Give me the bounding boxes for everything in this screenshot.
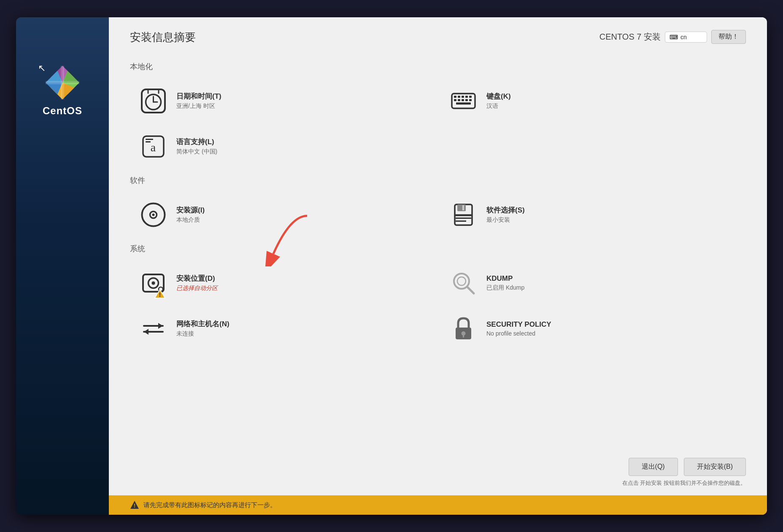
software-selection-title: 软件选择(S) [486, 205, 525, 215]
network-item[interactable]: 网络和主机名(N) 未连接 [130, 308, 290, 349]
sidebar: ↖ [16, 17, 109, 515]
svg-rect-26 [469, 99, 472, 101]
warning-triangle-icon: ! [154, 289, 165, 298]
svg-rect-30 [146, 139, 153, 140]
install-dest-text: 安装位置(D) 已选择自动分区 [176, 274, 218, 292]
localization-grid: 日期和时间(T) 亚洲/上海 时区 [130, 80, 746, 167]
security-subtitle: No profile selected [486, 330, 551, 337]
network-title: 网络和主机名(N) [176, 319, 230, 329]
help-button[interactable]: 帮助！ [711, 30, 746, 44]
content-area: 本地化 日期和时间(T) [109, 53, 767, 454]
install-source-subtitle: 本地介质 [176, 216, 205, 224]
svg-text:a: a [150, 141, 156, 154]
datetime-item[interactable]: 日期和时间(T) 亚洲/上海 时区 [130, 80, 290, 121]
warning-bar: ! 请先完成带有此图标标记的内容再进行下一步。 [109, 495, 767, 515]
software-selection-text: 软件选择(S) 最小安装 [486, 205, 525, 224]
language-item[interactable]: a 语言支持(L) 简体中文 (中国) [130, 126, 290, 167]
keyboard-item[interactable]: 键盘(K) 汉语 [440, 80, 600, 121]
svg-point-43 [151, 281, 155, 285]
svg-rect-25 [465, 99, 468, 101]
language-subtitle: 简体中文 (中国) [176, 148, 217, 156]
main-content: 安装信息摘要 CENTOS 7 安装 ⌨ cn 帮助！ 本地化 [109, 17, 767, 515]
keyboard-small-icon: ⌨ [670, 34, 678, 40]
begin-install-button[interactable]: 开始安装(B) [684, 458, 746, 476]
datetime-text: 日期和时间(T) 亚洲/上海 时区 [176, 91, 221, 110]
clock-icon [138, 86, 168, 116]
svg-rect-24 [462, 99, 464, 101]
install-source-text: 安装源(I) 本地介质 [176, 205, 205, 224]
language-code: cn [680, 34, 687, 40]
keyboard-title: 键盘(K) [486, 91, 511, 101]
svg-rect-21 [469, 96, 472, 98]
kdump-item[interactable]: KDUMP 已启用 Kdump [440, 262, 600, 304]
svg-rect-17 [454, 96, 456, 98]
footer: 退出(Q) 开始安装(B) 在点击 开始安装 按钮前我们并不会操作您的磁盘。 [109, 454, 767, 495]
datetime-subtitle: 亚洲/上海 时区 [176, 102, 221, 110]
svg-rect-39 [456, 218, 471, 219]
centos-install-label: CENTOS 7 安装 [599, 31, 661, 43]
header: 安装信息摘要 CENTOS 7 安装 ⌨ cn 帮助！ [109, 17, 767, 53]
svg-rect-40 [456, 220, 466, 222]
svg-rect-22 [454, 99, 456, 101]
security-title: SECURITY POLICY [486, 320, 551, 329]
header-right: CENTOS 7 安装 ⌨ cn 帮助！ [599, 30, 746, 44]
lock-icon [448, 314, 478, 343]
svg-rect-20 [465, 96, 468, 98]
logo-container: CentOS [43, 64, 82, 117]
security-text: SECURITY POLICY No profile selected [486, 320, 551, 337]
svg-rect-18 [458, 96, 460, 98]
svg-rect-37 [462, 205, 464, 210]
keyboard-icon [448, 86, 478, 116]
install-dest-subtitle: 已选择自动分区 [176, 285, 218, 292]
system-grid: ! 安装位置(D) 已选择自动分区 [130, 262, 746, 349]
network-text: 网络和主机名(N) 未连接 [176, 319, 230, 338]
software-grid: 安装源(I) 本地介质 [130, 194, 746, 235]
section-localization-title: 本地化 [130, 62, 746, 72]
section-system-title: 系统 [130, 244, 746, 254]
network-icon [138, 314, 168, 343]
keyboard-subtitle: 汉语 [486, 102, 511, 110]
hdd-icon: ! [138, 268, 168, 298]
footer-buttons: 退出(Q) 开始安装(B) [629, 458, 746, 476]
section-software-title: 软件 [130, 175, 746, 185]
svg-rect-19 [462, 96, 464, 98]
svg-rect-36 [457, 204, 466, 211]
language-title: 语言支持(L) [176, 137, 217, 147]
language-selector[interactable]: ⌨ cn [665, 32, 707, 43]
svg-marker-54 [144, 329, 148, 335]
language-icon: a [138, 132, 168, 161]
svg-rect-31 [146, 141, 151, 142]
install-dest-item[interactable]: ! 安装位置(D) 已选择自动分区 [130, 262, 290, 304]
language-text: 语言支持(L) 简体中文 (中国) [176, 137, 217, 156]
svg-rect-27 [456, 102, 471, 105]
svg-rect-38 [456, 215, 471, 216]
svg-marker-52 [158, 323, 163, 329]
centos-logo-text: CentOS [43, 105, 82, 117]
network-subtitle: 未连接 [176, 330, 230, 338]
software-selection-item[interactable]: 软件选择(S) 最小安装 [440, 194, 600, 235]
install-source-item[interactable]: 安装源(I) 本地介质 [130, 194, 290, 235]
kdump-title: KDUMP [486, 274, 524, 283]
magnifier-icon [448, 268, 478, 298]
install-source-title: 安装源(I) [176, 205, 205, 215]
page-title: 安装信息摘要 [130, 30, 196, 45]
warning-bar-icon: ! [130, 500, 139, 510]
svg-rect-9 [46, 81, 79, 84]
kdump-text: KDUMP 已启用 Kdump [486, 274, 524, 292]
svg-point-50 [457, 277, 466, 285]
install-dest-title: 安装位置(D) [176, 274, 218, 283]
svg-point-34 [152, 213, 154, 216]
svg-text:!: ! [134, 503, 135, 509]
keyboard-text: 键盘(K) 汉语 [486, 91, 511, 110]
security-item[interactable]: SECURITY POLICY No profile selected [440, 308, 600, 349]
svg-line-49 [467, 287, 474, 293]
software-selection-subtitle: 最小安装 [486, 216, 525, 224]
kdump-subtitle: 已启用 Kdump [486, 284, 524, 292]
datetime-title: 日期和时间(T) [176, 91, 221, 101]
quit-button[interactable]: 退出(Q) [629, 458, 678, 476]
svg-rect-23 [458, 99, 460, 101]
svg-text:!: ! [159, 291, 161, 298]
centos-logo-icon [43, 64, 81, 102]
disc-icon [138, 200, 168, 229]
footer-note: 在点击 开始安装 按钮前我们并不会操作您的磁盘。 [622, 479, 746, 487]
